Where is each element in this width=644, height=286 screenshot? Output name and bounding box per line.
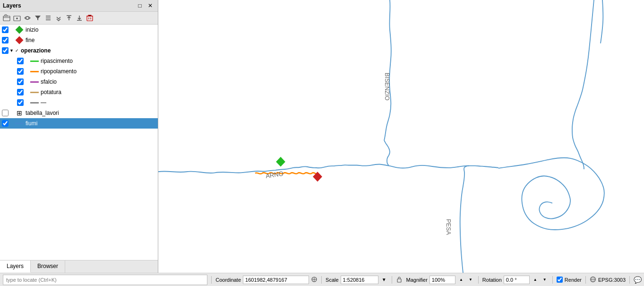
- filter-button[interactable]: [33, 13, 43, 23]
- sep1: [211, 276, 212, 284]
- layer-label-unnamed: —: [41, 99, 46, 106]
- layer-label-sfalcio: sfalcio: [41, 78, 57, 85]
- layer-label-fiumi: fiumi: [26, 120, 37, 127]
- layer-checkbox-potatura[interactable]: [17, 89, 24, 95]
- rotation-item: Rotation ▲ ▼: [482, 276, 549, 284]
- add-layer-button[interactable]: [12, 13, 22, 23]
- bisenzio-label: BISENZIO: [384, 73, 390, 101]
- layers-panel: Layers □ ✕: [0, 0, 158, 273]
- line-gray-icon: [30, 98, 39, 107]
- open-layer-button[interactable]: [2, 13, 11, 23]
- scale-dropdown-btn[interactable]: ▼: [380, 276, 388, 284]
- visibility-button[interactable]: [23, 13, 32, 23]
- layer-label-tabella-lavori: tabella_lavori: [26, 110, 59, 116]
- sep4: [478, 276, 479, 284]
- magnifier-down-btn[interactable]: ▼: [467, 276, 474, 284]
- panel-title-text: Layers: [3, 2, 21, 9]
- layer-checkbox-inizio[interactable]: [2, 26, 9, 33]
- layer-checkbox-fine[interactable]: [2, 37, 9, 43]
- layer-item-unnamed[interactable]: —: [0, 97, 158, 108]
- magnifier-item: Magnifier ▲ ▼: [406, 276, 474, 284]
- coordinate-item: Coordinate: [215, 276, 318, 284]
- map-area[interactable]: ARNO BISENZIO PESA: [158, 0, 644, 273]
- layer-label-operazione: operazione: [21, 47, 51, 54]
- coordinate-icon: [311, 276, 318, 284]
- layer-label-ripascimento: ripascimento: [41, 58, 73, 64]
- map-svg: ARNO BISENZIO PESA: [158, 0, 644, 273]
- layer-item-potatura[interactable]: potatura: [0, 87, 158, 97]
- rotation-up-btn[interactable]: ▲: [532, 276, 539, 284]
- rotation-down-btn[interactable]: ▼: [541, 276, 549, 284]
- remove-layer-button[interactable]: [85, 13, 94, 23]
- layer-label-inizio: inizio: [26, 26, 38, 33]
- tab-layers[interactable]: Layers: [0, 260, 31, 273]
- scale-label: Scale: [326, 277, 339, 283]
- layer-item-sfalcio[interactable]: sfalcio: [0, 77, 158, 87]
- line-green-icon: [30, 57, 39, 65]
- sep7: [629, 276, 630, 284]
- ripopolamento-line: [255, 173, 318, 174]
- move-bottom-button[interactable]: [75, 13, 84, 23]
- layer-item-tabella-lavori[interactable]: ⊞ tabella_lavori: [0, 108, 158, 118]
- inizio-marker: [276, 157, 285, 167]
- layer-item-ripascimento[interactable]: ripascimento: [0, 56, 158, 66]
- pesa-label: PESA: [445, 219, 452, 235]
- rotation-input[interactable]: [504, 276, 530, 284]
- line-blue-icon: [15, 119, 24, 128]
- layer-label-potatura: potatura: [41, 89, 61, 95]
- layer-label-fine: fine: [26, 37, 34, 43]
- expand-arrow-operazione2: ✓: [15, 48, 20, 53]
- layer-checkbox-operazione[interactable]: [2, 47, 9, 54]
- close-button[interactable]: ✕: [146, 1, 155, 10]
- layer-item-ripopolamento[interactable]: ripopolamento: [0, 66, 158, 77]
- magnifier-label: Magnifier: [406, 277, 428, 283]
- layer-checkbox-unnamed[interactable]: [17, 99, 24, 106]
- layer-checkbox-fiumi[interactable]: [2, 120, 9, 127]
- layer-item-fiumi[interactable]: fiumi: [0, 118, 158, 129]
- crs-label: EPSG:3003: [598, 277, 626, 283]
- layer-checkbox-ripopolamento[interactable]: [17, 68, 24, 75]
- magnifier-input[interactable]: [429, 276, 455, 284]
- sep5: [552, 276, 553, 284]
- line-tan-icon: [30, 88, 39, 96]
- layer-item-inizio[interactable]: inizio: [0, 25, 158, 35]
- render-checkbox[interactable]: [557, 277, 563, 283]
- layer-item-operazione[interactable]: ▼ ✓ operazione: [0, 45, 158, 56]
- render-item: Render: [557, 277, 582, 283]
- locate-input[interactable]: [3, 275, 207, 285]
- line-purple-icon: [30, 78, 39, 86]
- layer-checkbox-sfalcio[interactable]: [17, 78, 24, 85]
- coordinate-input[interactable]: [243, 276, 309, 284]
- panel-tabs: Layers Browser: [0, 260, 158, 273]
- magnifier-up-btn[interactable]: ▲: [457, 276, 465, 284]
- layers-toolbar: [0, 12, 158, 25]
- layer-checkbox-tabella-lavori[interactable]: [2, 110, 9, 116]
- svg-rect-10: [87, 16, 93, 21]
- collapse-all-button[interactable]: [54, 13, 63, 23]
- rotation-label: Rotation: [482, 277, 502, 283]
- status-bar: Coordinate Scale ▼ Magnifier ▲ ▼ Rotatio…: [0, 273, 644, 286]
- panel-title-bar: Layers □ ✕: [0, 0, 158, 12]
- undock-button[interactable]: □: [135, 1, 145, 10]
- table-icon: ⊞: [15, 109, 24, 117]
- sep3: [392, 276, 392, 284]
- crs-item: EPSG:3003: [590, 276, 626, 284]
- layer-item-fine[interactable]: fine: [0, 35, 158, 45]
- diamond-red-icon: [15, 36, 24, 44]
- svg-rect-17: [397, 279, 401, 282]
- layer-checkbox-ripascimento[interactable]: [17, 58, 24, 64]
- messages-button[interactable]: 💬: [634, 276, 641, 284]
- expand-all-button[interactable]: [43, 13, 53, 23]
- sep2: [321, 276, 322, 284]
- scale-input[interactable]: [341, 276, 378, 284]
- expand-arrow-operazione: ▼: [9, 48, 14, 53]
- svg-rect-0: [3, 16, 10, 21]
- move-top-button[interactable]: [64, 13, 74, 23]
- coordinate-label: Coordinate: [215, 277, 241, 283]
- diamond-green-icon: [15, 26, 24, 34]
- globe-icon: [590, 276, 596, 284]
- line-orange-icon: [30, 67, 39, 76]
- lock-icon: [396, 276, 403, 284]
- tab-browser[interactable]: Browser: [31, 260, 65, 273]
- layers-list: inizio fine ▼ ✓ operazione ripa: [0, 25, 158, 260]
